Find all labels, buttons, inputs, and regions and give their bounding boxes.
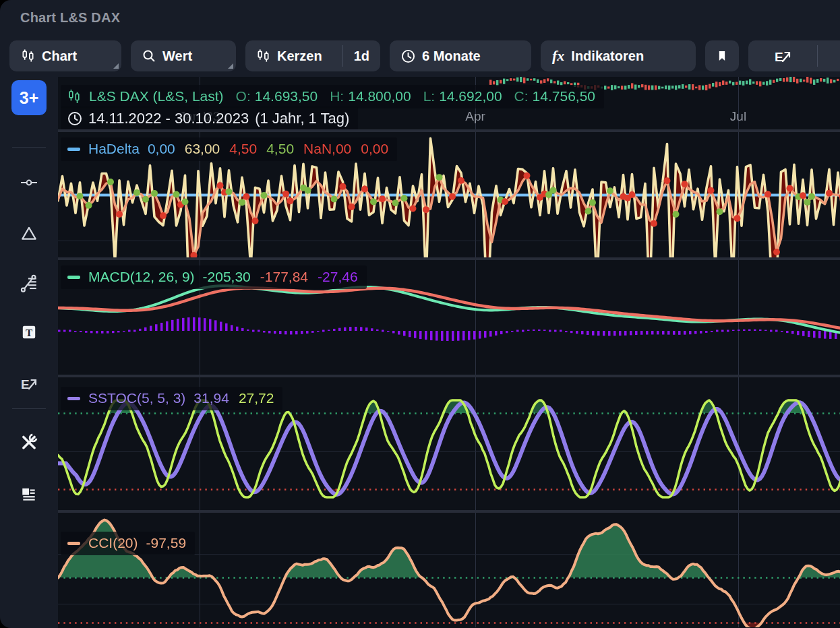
- edit-trend-icon: E: [20, 375, 38, 393]
- low-value: 14.692,00: [439, 88, 502, 104]
- layout-panels-icon: [20, 486, 38, 503]
- sidebar-triangle-tool[interactable]: [11, 218, 47, 249]
- symbol-name: L&S DAX (L&S, Last): [89, 88, 224, 104]
- period-detail: (1 Jahr, 1 Tag): [255, 110, 349, 127]
- legend-value: -27,46: [318, 269, 358, 285]
- legend-value: NaN,00: [303, 141, 351, 157]
- period-legend[interactable]: 14.11.2022 - 30.10.2023 (1 Jahr, 1 Tag): [61, 106, 358, 131]
- pane-separator[interactable]: [58, 375, 840, 377]
- candles-icon: [256, 49, 270, 63]
- sidebar-tools-settings[interactable]: [11, 427, 47, 458]
- text-tool-icon: T: [20, 323, 38, 341]
- legend-value: -177,84: [260, 269, 308, 285]
- legend-value: 4,50: [266, 141, 294, 157]
- series-color-marker: [67, 148, 80, 151]
- high-label: H:: [330, 88, 344, 104]
- legend-value: 63,00: [185, 141, 220, 157]
- series-color-marker: [67, 397, 80, 400]
- sidebar-edit-trend-tool[interactable]: E: [11, 368, 47, 399]
- indicator-label: MACD(12, 26, 9): [88, 269, 195, 285]
- interval-button[interactable]: 1d: [343, 40, 380, 71]
- indicator-label: HaDelta: [88, 141, 140, 157]
- indicator-label: SSTOC(5, 5, 3): [88, 390, 185, 406]
- macd-legend[interactable]: MACD(12, 26, 9) -205,30-177,84-27,46: [61, 265, 367, 289]
- horizontal-line-tool-button[interactable]: [818, 40, 840, 71]
- chart-button-label: Chart: [42, 49, 77, 64]
- symbol-legend[interactable]: L&S DAX (L&S, Last) O: 14.693,50 H: 14.8…: [61, 85, 604, 108]
- series-color-marker: [67, 276, 80, 279]
- sidebar-text-tool[interactable]: T: [11, 317, 47, 348]
- chart-type-button[interactable]: Chart: [9, 40, 121, 71]
- close-value: 14.756,50: [533, 88, 595, 104]
- style-interval-group: Kerzen 1d: [245, 40, 380, 71]
- toolbar: Chart Wert Kerzen 1d 6 Monate: [0, 35, 840, 77]
- candles-icon: [21, 49, 35, 63]
- low-label: L:: [423, 88, 436, 104]
- axis-label-jul: Jul: [730, 109, 746, 124]
- sidebar-divider: [12, 408, 46, 409]
- indicator-values: 31,9427,72: [193, 390, 274, 406]
- indicators-button[interactable]: fx Indikatoren: [541, 40, 696, 71]
- search-icon: [142, 49, 156, 63]
- crossed-tools-icon: [20, 433, 38, 451]
- legend-value: 4,50: [229, 141, 257, 157]
- sidebar-pitchfork-tool[interactable]: [11, 268, 47, 299]
- time-range-button[interactable]: 6 Monate: [390, 40, 531, 71]
- drawing-tools-group: E SMA: [748, 40, 840, 71]
- indicator-values: 0,0063,004,504,50NaN,000,00: [148, 141, 388, 157]
- high-value: 14.800,00: [348, 88, 411, 104]
- indicator-values: -97,59: [146, 535, 187, 551]
- wert-button-label: Wert: [162, 49, 192, 64]
- indicators-label: Indikatoren: [571, 49, 644, 64]
- logo-text: 3+: [20, 88, 39, 108]
- svg-text:E: E: [775, 50, 783, 64]
- bookmark-icon: [715, 49, 729, 63]
- period-range: 14.11.2022 - 30.10.2023: [88, 110, 249, 127]
- candle-style-button[interactable]: Kerzen: [245, 40, 342, 71]
- open-label: O:: [236, 88, 251, 104]
- indicator-values: -205,30-177,84-27,46: [203, 269, 358, 285]
- svg-text:T: T: [26, 327, 32, 338]
- open-value: 14.693,50: [255, 88, 318, 104]
- clock-icon: [401, 49, 415, 63]
- candles-icon: [67, 88, 81, 104]
- legend-value: -205,30: [203, 269, 251, 285]
- axis-label-apr: Apr: [465, 109, 485, 124]
- sstoc-legend[interactable]: SSTOC(5, 5, 3) 31,9427,72: [61, 387, 282, 410]
- legend-value: 27,72: [239, 390, 274, 406]
- pane-separator[interactable]: [58, 257, 840, 260]
- app-window: Chart L&S DAX Chart Wert Kerzen 1d: [0, 0, 840, 628]
- triangle-icon: [20, 224, 38, 242]
- main-area: 3+ T: [0, 77, 840, 628]
- pane-separator[interactable]: [58, 129, 840, 132]
- series-color-marker: [67, 542, 80, 545]
- legend-value: 31,94: [193, 390, 229, 406]
- page-title: Chart L&S DAX: [20, 10, 120, 26]
- hadelta-legend[interactable]: HaDelta 0,0063,004,504,50NaN,000,00: [61, 137, 397, 161]
- app-logo[interactable]: 3+: [11, 80, 47, 115]
- edit-trend-icon: E: [774, 47, 792, 65]
- fx-icon: fx: [552, 47, 564, 65]
- legend-value: 0,00: [361, 141, 388, 157]
- svg-text:E: E: [21, 377, 30, 391]
- indicator-label: CCI(20): [88, 535, 138, 551]
- sidebar-layout-tool[interactable]: [11, 479, 47, 510]
- trendline-edit-button[interactable]: E: [748, 40, 817, 71]
- cci-legend[interactable]: CCI(20) -97,59: [61, 532, 195, 555]
- kerzen-button-label: Kerzen: [277, 49, 322, 64]
- close-label: C:: [514, 88, 529, 104]
- pitchfork-lines-icon: [20, 274, 38, 293]
- chart-area[interactable]: Jan '23 Apr Jul L&S DAX (L&S, Last) O: 1…: [58, 77, 840, 628]
- bookmark-button[interactable]: [705, 40, 739, 71]
- left-sidebar: 3+ T: [0, 77, 58, 628]
- symbol-search-button[interactable]: Wert: [131, 40, 236, 71]
- interval-label: 1d: [354, 49, 369, 64]
- title-bar: Chart L&S DAX: [0, 0, 840, 35]
- pane-separator[interactable]: [58, 510, 840, 513]
- clock-icon: [67, 111, 82, 126]
- cci-pane-canvas[interactable]: [58, 513, 840, 627]
- sidebar-horizontal-line-tool[interactable]: [11, 167, 47, 198]
- horizontal-line-icon: [20, 174, 38, 191]
- range-label: 6 Monate: [422, 49, 481, 64]
- sidebar-divider: [12, 147, 46, 148]
